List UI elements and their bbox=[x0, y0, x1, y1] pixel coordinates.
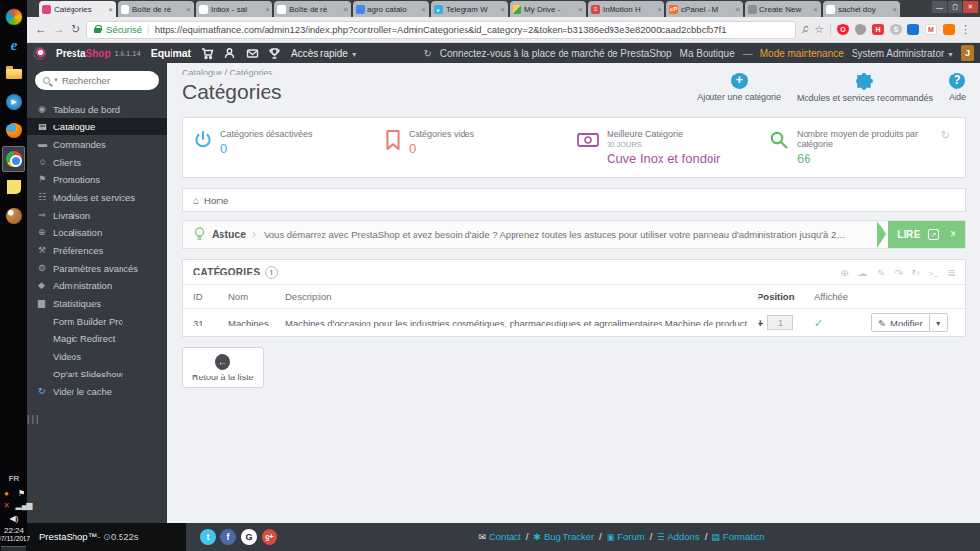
github-icon[interactable]: G bbox=[241, 529, 257, 545]
shop-name[interactable]: Equimat bbox=[151, 47, 191, 59]
addons-link[interactable]: Addons bbox=[657, 531, 699, 542]
recommended-modules-button[interactable]: Modules et services recommandés bbox=[797, 73, 933, 103]
taskbar-sticky-notes[interactable] bbox=[2, 175, 25, 200]
sidebar-item-clear-cache[interactable]: Vider le cache bbox=[27, 382, 167, 400]
signal-bars-icon[interactable]: ▂▄▆ bbox=[16, 501, 27, 510]
col-name[interactable]: Nom bbox=[228, 291, 285, 302]
export-icon[interactable] bbox=[894, 267, 903, 278]
secure-lock-icon[interactable] bbox=[94, 25, 101, 33]
sidebar-item-opart-slideshow[interactable]: Op'art Slideshow bbox=[27, 365, 167, 382]
tab-close-icon[interactable]: × bbox=[892, 5, 897, 14]
browser-tab-google[interactable]: Gsachet doy× bbox=[823, 1, 900, 17]
sidebar-item-preferences[interactable]: Préférences bbox=[27, 241, 167, 259]
tray-date[interactable]: 07/11/2017 bbox=[0, 535, 30, 542]
orange-extension-icon[interactable] bbox=[943, 24, 955, 35]
sidebar-item-administration[interactable]: Administration bbox=[27, 276, 167, 294]
browser-tab-create[interactable]: Create New× bbox=[745, 1, 821, 17]
tab-close-icon[interactable]: × bbox=[500, 5, 505, 14]
browser-tab-inmotion[interactable]: ≡InMotion H× bbox=[588, 1, 664, 17]
sidebar-item-videos[interactable]: Videos bbox=[27, 347, 167, 365]
sidebar-item-stats[interactable]: Statistiques bbox=[27, 294, 167, 312]
contact-link[interactable]: Contact bbox=[478, 531, 520, 542]
browser-tab-gmail-2[interactable]: MInbox - sal× bbox=[196, 1, 272, 17]
add-category-button[interactable]: + Ajouter une catégorie bbox=[697, 73, 781, 103]
language-indicator[interactable]: FR bbox=[9, 475, 20, 483]
table-row[interactable]: 31 Machines Machines d'occasion pour les… bbox=[183, 308, 965, 336]
formation-link[interactable]: Formation bbox=[711, 531, 764, 542]
home-label[interactable]: Home bbox=[204, 195, 228, 206]
col-id[interactable]: ID bbox=[193, 291, 228, 302]
red-extension-icon[interactable]: H bbox=[872, 24, 884, 35]
database-icon[interactable] bbox=[947, 267, 956, 278]
taskbar-media-player[interactable]: ▶ bbox=[2, 89, 25, 115]
refresh-kpi-icon[interactable]: ↻ bbox=[941, 129, 950, 142]
col-description[interactable]: Description bbox=[285, 291, 758, 302]
sidebar-item-dashboard[interactable]: Tableau de bord bbox=[27, 100, 167, 118]
message-icon[interactable] bbox=[246, 47, 259, 60]
forward-button[interactable]: → bbox=[53, 23, 65, 36]
tab-close-icon[interactable]: × bbox=[186, 5, 191, 14]
tab-close-icon[interactable]: × bbox=[735, 5, 740, 14]
maximize-button[interactable]: ▢ bbox=[948, 1, 962, 13]
blue-extension-icon[interactable] bbox=[907, 24, 919, 35]
sidebar-item-form-builder[interactable]: Form Builder Pro bbox=[27, 312, 167, 329]
bug-tracker-link[interactable]: Bug Tracker bbox=[533, 531, 594, 542]
sidebar-item-customers[interactable]: Clients bbox=[27, 153, 167, 171]
tray-clock[interactable]: 22:24 bbox=[4, 526, 24, 535]
cell-name[interactable]: Machines bbox=[228, 318, 285, 328]
back-button[interactable]: ← bbox=[35, 23, 47, 36]
secure-label[interactable]: Sécurisé bbox=[106, 25, 142, 35]
browser-tab-agro[interactable]: agro catalo× bbox=[353, 1, 429, 17]
read-tip-button[interactable]: LIRE ↗ × bbox=[888, 221, 965, 248]
taskbar-file-explorer[interactable] bbox=[2, 61, 25, 86]
modify-dropdown-toggle[interactable]: ▼ bbox=[929, 314, 947, 331]
quick-access-menu[interactable]: Accès rapide ▼ bbox=[291, 48, 358, 59]
add-icon[interactable] bbox=[840, 267, 849, 278]
drag-move-icon[interactable]: + bbox=[758, 317, 763, 328]
url-text[interactable]: https://equimatfrance.com/admin123/index… bbox=[155, 25, 727, 35]
browser-tab-gmail-1[interactable]: MBoîte de ré× bbox=[118, 1, 194, 17]
shop-front-link[interactable]: Ma Boutique bbox=[680, 48, 735, 59]
sql-query-icon[interactable] bbox=[929, 267, 938, 277]
close-button[interactable]: ✕ bbox=[963, 1, 978, 13]
employee-avatar[interactable]: J bbox=[961, 45, 974, 61]
browser-tab-telegram[interactable]: ▸Telegram W× bbox=[431, 1, 508, 17]
back-to-list-button[interactable]: ← Retour à la liste bbox=[182, 347, 264, 388]
sidebar-item-orders[interactable]: Commandes bbox=[27, 135, 167, 153]
tab-close-icon[interactable]: × bbox=[265, 5, 270, 14]
facebook-icon[interactable]: f bbox=[220, 529, 236, 545]
position-input[interactable] bbox=[767, 315, 793, 330]
sidebar-item-shipping[interactable]: Livraison bbox=[27, 206, 167, 224]
sidebar-item-catalog[interactable]: Catalogue bbox=[27, 118, 167, 135]
maintenance-mode-label[interactable]: Mode maintenance bbox=[760, 48, 844, 59]
twitter-icon[interactable]: t bbox=[200, 529, 216, 545]
close-tip-icon[interactable]: × bbox=[950, 227, 956, 241]
import-icon[interactable] bbox=[858, 267, 868, 278]
reload-button[interactable]: ↻ bbox=[71, 23, 80, 36]
sidebar-item-modules[interactable]: Modules et services bbox=[27, 188, 167, 206]
taskbar-firefox[interactable] bbox=[2, 118, 25, 143]
search-input[interactable] bbox=[62, 75, 140, 86]
col-position[interactable]: Position bbox=[758, 291, 814, 302]
taskbar-paint[interactable] bbox=[2, 203, 25, 228]
action-center-flag-icon[interactable]: ⚑ bbox=[16, 489, 27, 498]
col-displayed[interactable]: Affichée bbox=[814, 291, 871, 302]
category-tree-panel[interactable]: ⌂ Home bbox=[182, 188, 966, 212]
gmail-extension-icon[interactable]: M bbox=[925, 24, 937, 35]
displayed-check-icon[interactable]: ✓ bbox=[814, 317, 823, 328]
googleplus-icon[interactable]: g+ bbox=[262, 529, 277, 545]
employee-menu[interactable]: System Administrator ▼ bbox=[852, 48, 954, 59]
sidebar-item-advanced[interactable]: Paramètres avancés bbox=[27, 259, 167, 276]
sidebar-collapse-grip[interactable]: ||| bbox=[27, 414, 167, 424]
trophy-icon[interactable] bbox=[269, 47, 281, 60]
refresh-icon[interactable] bbox=[911, 267, 920, 278]
edit-icon[interactable] bbox=[877, 267, 886, 278]
tab-close-icon[interactable]: × bbox=[421, 5, 426, 14]
minimize-button[interactable]: — bbox=[932, 1, 947, 13]
forum-link[interactable]: Forum bbox=[607, 531, 645, 542]
help-button[interactable]: ? Aide bbox=[949, 73, 966, 103]
antivirus-icon[interactable]: ● bbox=[1, 489, 13, 498]
network-error-icon[interactable]: ✕ bbox=[1, 501, 13, 510]
tab-close-icon[interactable]: × bbox=[108, 5, 113, 14]
start-button[interactable] bbox=[2, 4, 25, 29]
